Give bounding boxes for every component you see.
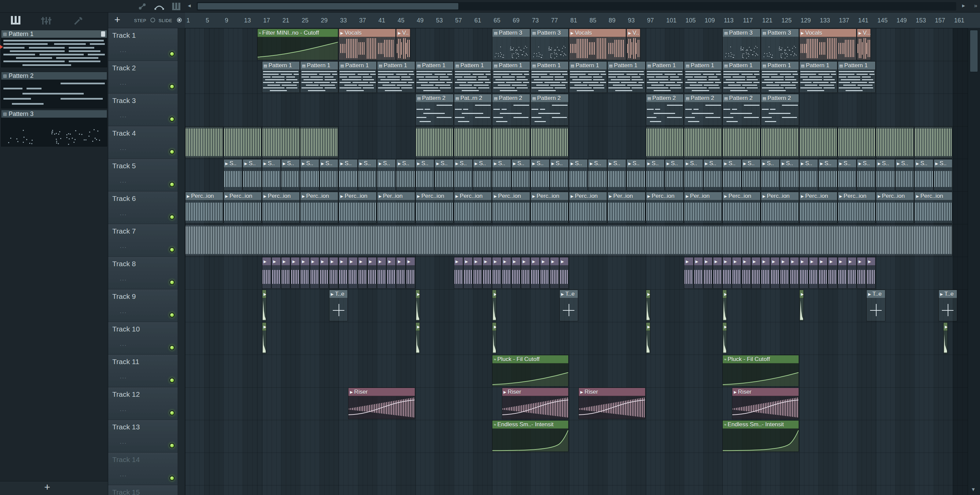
- clip-audio[interactable]: ▶: [722, 290, 727, 321]
- clip-audio[interactable]: ▶: [790, 257, 799, 289]
- track-header[interactable]: Track 9...: [108, 289, 178, 322]
- clip-v[interactable]: ▶V..: [396, 29, 410, 60]
- clip-per-ion[interactable]: ▶Per..ion: [377, 192, 415, 224]
- scroll-left-icon[interactable]: ◂: [188, 2, 191, 10]
- clip-audio[interactable]: ▶: [272, 257, 281, 289]
- clip-s[interactable]: ▶S..: [358, 159, 377, 191]
- clip-pattern-1[interactable]: ▤Pattern 1: [377, 61, 415, 93]
- clip-filter-mini-no-cutoff[interactable]: ≈Filter MINI..no - Cutoff: [257, 29, 339, 60]
- clip-perc-ion[interactable]: ▶Perc..ion: [262, 192, 300, 224]
- clip-s[interactable]: ▶S..: [703, 159, 722, 191]
- clip-v[interactable]: ▶V...: [857, 29, 871, 60]
- track-header[interactable]: Track 2...: [108, 61, 178, 94]
- clip-audio[interactable]: ▶: [703, 257, 713, 289]
- clip-audio[interactable]: [914, 127, 953, 158]
- pattern-item[interactable]: ▤Pattern 1: [1, 30, 107, 67]
- clip-pattern-1[interactable]: ▤Pattern 1: [530, 61, 569, 93]
- clip-per-ion[interactable]: ▶Per..ion: [608, 192, 646, 224]
- clip-audio[interactable]: [300, 127, 338, 158]
- horizontal-scrollbar[interactable]: [197, 2, 956, 11]
- clip-s[interactable]: ▶S..: [608, 159, 626, 191]
- track-header[interactable]: Track 6...: [108, 191, 178, 224]
- clip-audio[interactable]: ▶: [713, 257, 722, 289]
- clip-audio[interactable]: [185, 224, 953, 256]
- clip-riser[interactable]: ▶Riser: [732, 387, 799, 419]
- clip-pattern-1[interactable]: ▤Pattern 1: [415, 61, 453, 93]
- clip-pattern-2[interactable]: ▤Pattern 2: [492, 94, 530, 125]
- track-mute-led[interactable]: [169, 345, 175, 350]
- clip-pattern-1[interactable]: ▤Pattern 1: [339, 61, 377, 93]
- clip-s[interactable]: ▶S..: [665, 159, 684, 191]
- add-pattern-button[interactable]: +: [44, 481, 50, 493]
- clip-audio[interactable]: ▶: [329, 257, 338, 289]
- clip-audio[interactable]: ▶: [473, 257, 482, 289]
- clip-pluck-fil-cutoff[interactable]: ≈Pluck - Fil Cutoff: [492, 355, 569, 387]
- clip-audio[interactable]: ▶: [281, 257, 290, 289]
- clip-pattern-1[interactable]: ▤Pattern 1: [492, 61, 530, 93]
- track-mute-led[interactable]: [169, 84, 175, 89]
- clip-audio[interactable]: ▶: [320, 257, 329, 289]
- clip-t-e[interactable]: ▶T..e: [866, 290, 885, 321]
- clip-v[interactable]: ▶V..: [627, 29, 640, 60]
- clip-perc-ion[interactable]: ▶Perc..ion: [761, 192, 799, 224]
- clip-s[interactable]: ▶S..: [511, 159, 530, 191]
- clip-audio[interactable]: [185, 127, 223, 158]
- clip-s[interactable]: ▶S..: [876, 159, 894, 191]
- clip-audio[interactable]: [838, 127, 876, 158]
- clip-audio[interactable]: ▶: [550, 257, 559, 289]
- clip-s[interactable]: ▶S..: [761, 159, 780, 191]
- clip-audio[interactable]: ▶: [722, 322, 727, 354]
- track-header[interactable]: Track 15...: [108, 485, 178, 495]
- clip-audio[interactable]: ▶: [799, 290, 804, 321]
- clip-audio[interactable]: ▶: [415, 290, 420, 321]
- clip-audio[interactable]: [722, 127, 760, 158]
- clip-audio[interactable]: ▶: [559, 257, 569, 289]
- clip-audio[interactable]: ▶: [291, 257, 300, 289]
- track-mute-led[interactable]: [169, 117, 175, 122]
- track-header[interactable]: Track 12...: [108, 387, 178, 420]
- clip-pattern-1[interactable]: ▤Pattern 1: [454, 61, 492, 93]
- clip-perc-ion[interactable]: ▶Perc..ion: [646, 192, 684, 224]
- clip-s[interactable]: ▶S..: [300, 159, 319, 191]
- slide-toggle[interactable]: [177, 17, 182, 22]
- clip-s[interactable]: ▶S..: [320, 159, 338, 191]
- track-mute-led[interactable]: [169, 443, 175, 448]
- clip-audio[interactable]: [646, 127, 684, 158]
- clip-s[interactable]: ▶S..: [473, 159, 492, 191]
- clip-audio[interactable]: [530, 127, 569, 158]
- clip-audio[interactable]: ▶: [684, 257, 693, 289]
- clip-audio[interactable]: [761, 127, 799, 158]
- clip-audio[interactable]: [224, 127, 262, 158]
- clip-s[interactable]: ▶S..: [838, 159, 856, 191]
- pattern-item-header[interactable]: ▤Pattern 1: [1, 30, 107, 38]
- clip-pattern-1[interactable]: ▤Pattern 1: [262, 61, 300, 93]
- track-header[interactable]: Track 3...: [108, 94, 178, 126]
- track-mute-led[interactable]: [169, 247, 175, 252]
- track-mute-led[interactable]: [169, 313, 175, 317]
- clip-audio[interactable]: ▶: [742, 257, 751, 289]
- clip-vocals[interactable]: ▶Vocals: [339, 29, 396, 60]
- clip-t-e[interactable]: ▶T..e: [939, 290, 957, 321]
- clip-audio[interactable]: [415, 127, 453, 158]
- clip-s[interactable]: ▶S..: [243, 159, 261, 191]
- clip-s[interactable]: ▶S..: [895, 159, 914, 191]
- clip-s[interactable]: ▶S..: [588, 159, 607, 191]
- clip-audio[interactable]: ▶: [310, 257, 319, 289]
- step-grid-icon[interactable]: [172, 2, 181, 11]
- clip-s[interactable]: ▶S..: [492, 159, 511, 191]
- clip-s[interactable]: ▶S..: [569, 159, 588, 191]
- clip-s[interactable]: ▶S..: [262, 159, 281, 191]
- clip-perc-ion[interactable]: ▶Perc..ion: [224, 192, 262, 224]
- clip-pattern-1[interactable]: ▤Pattern 1: [569, 61, 607, 93]
- clip-audio[interactable]: ▶: [646, 322, 650, 354]
- clip-audio[interactable]: ▶: [857, 257, 866, 289]
- clip-audio[interactable]: ▶: [943, 322, 948, 354]
- add-button[interactable]: +: [115, 14, 121, 25]
- clip-perc-ion[interactable]: ▶Perc..ion: [492, 192, 530, 224]
- step-label[interactable]: STEP: [134, 18, 146, 23]
- vertical-scrollbar[interactable]: ▾: [968, 28, 980, 495]
- clip-perc-ion[interactable]: ▶Perc..ion: [569, 192, 607, 224]
- clip-audio[interactable]: ▶: [339, 257, 348, 289]
- clip-audio[interactable]: [684, 127, 722, 158]
- clip-perc-ion[interactable]: ▶Perc..ion: [838, 192, 876, 224]
